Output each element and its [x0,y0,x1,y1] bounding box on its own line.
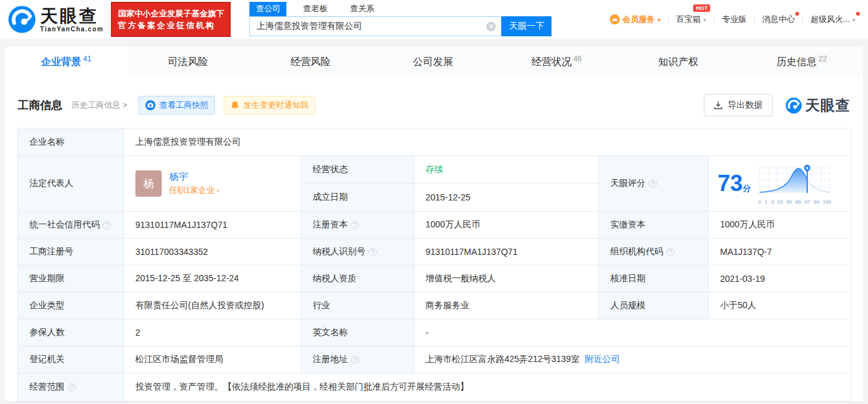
nav-divider [668,16,669,24]
search-button[interactable]: 天眼一下 [501,16,552,36]
legal-rep-name-link[interactable]: 杨宇 [169,170,219,183]
established-value: 2015-12-25 [414,184,599,212]
insured-count-value: 2 [124,319,301,346]
certification-badge: 国家中小企业发展子基金旗下 官方备案企业征信机构 [111,2,231,37]
download-icon [714,101,723,110]
nav-pro-version[interactable]: 专业版 [722,14,746,25]
english-name-value: - [414,319,851,346]
nav-divider [714,16,714,24]
bell-icon [231,101,239,110]
search-tabs: 查公司 查老板 查关系 [249,3,552,16]
term-value: 2015-12-25 至 2035-12-24 [124,266,301,293]
watermark-logo: 天眼查 [785,96,850,115]
site-logo[interactable]: 天眼查 TianYanCha.com [8,5,103,34]
nav-vip-services[interactable]: 会员服务 ▾ [610,14,661,25]
help-icon[interactable] [666,248,674,256]
legal-rep-label: 法定代表人 [18,156,124,212]
tab-operating-status[interactable]: 经营状况46 [495,47,618,77]
notify-change-button[interactable]: 发生变更时通知我 [224,96,315,115]
staff-size-label: 人员规模 [599,293,709,319]
nav-toolbox[interactable]: HOT 百宝箱 ▾ [676,14,706,25]
hot-badge: HOT [693,4,710,12]
nav-message-center[interactable]: 消息中心 [762,14,795,25]
search-area: 查公司 查老板 查关系 ✕ 天眼一下 [249,3,552,36]
search-tab-company[interactable]: 查公司 [249,2,286,16]
tab-operating-risk[interactable]: 经营风险 [250,47,373,77]
registry-label: 登记机关 [18,346,124,373]
chevron-down-icon: ▾ [703,16,706,23]
legal-rep-avatar[interactable]: 杨 [135,170,162,197]
reg-capital-label: 注册资本 [301,212,414,239]
reg-no-value: 310117003343352 [124,239,301,266]
score-label: 天眼评分 [610,178,646,189]
view-snapshot-button[interactable]: 查看工商快照 [139,96,215,115]
history-info-link[interactable]: 历史工商信息 > [71,100,127,111]
nav-super-risk[interactable]: 超级风火... ▾ [810,14,855,25]
term-label: 营业期限 [18,266,124,293]
nav-divider [754,16,755,24]
badge-line1: 国家中小企业发展子基金旗下 [118,8,224,19]
paid-capital-label: 实缴资本 [599,212,709,239]
score-value: 73 [718,170,743,196]
chevron-down-icon: ▾ [657,16,661,23]
address-value: 上海市松江区富永路425弄212号3139室 [426,354,580,365]
nav-pro-label: 专业版 [722,14,746,25]
nav-toolbox-label: 百宝箱 [676,14,701,25]
insured-count-label: 参保人数 [18,319,124,346]
industry-label: 行业 [301,293,414,319]
tab-judicial-risk[interactable]: 司法风险 [128,47,251,77]
score-cell: 73分 [709,156,851,212]
english-name-label: 英文名称 [301,319,414,346]
camera-icon [145,100,155,110]
score-unit: 分 [743,184,751,193]
reg-no-label: 工商注册号 [18,239,124,266]
uscc-label: 统一社会信用代码 [18,212,124,239]
tab-company-development[interactable]: 公司发展 [373,47,496,77]
company-name-value: 上海儒意投资管理有限公司 [124,128,851,156]
tab-company-background[interactable]: 企业背景41 [5,47,128,77]
help-icon[interactable] [351,356,359,364]
org-code-label: 组织机构代码 [599,239,709,266]
tianyancha-logo-icon [785,97,802,114]
legal-rep-cell: 杨 杨宇 任职1家企业 › [124,156,301,212]
score-distribution-chart: 0131550859799100 [757,163,832,205]
nearby-companies-link[interactable]: 附近公司 [585,354,620,365]
business-scope-value: 投资管理，资产管理。【依法须经批准的项目，经相关部门批准后方可开展经营活动】 [124,373,851,401]
section-tabs-bar: 企业背景41 司法风险 经营风险 公司发展 经营状况46 知识产权 历史信息22 [5,47,863,77]
help-icon[interactable] [649,180,657,188]
logo-title: 天眼查 [40,7,103,26]
help-icon[interactable] [351,221,359,229]
tab-history-info[interactable]: 历史信息22 [740,47,863,77]
help-icon[interactable] [68,383,76,391]
help-icon[interactable] [369,248,377,256]
clear-search-icon[interactable]: ✕ [486,22,496,31]
search-input[interactable] [256,21,486,31]
help-icon[interactable] [103,221,111,229]
industry-value: 商务服务业 [414,293,599,319]
vip-medal-icon [610,14,620,24]
section-title: 工商信息 [18,98,63,113]
nav-divider [802,16,803,24]
address-value-cell: 上海市松江区富永路425弄212号3139室 附近公司 [414,346,851,373]
legal-rep-positions-link[interactable]: 任职1家企业 › [169,184,219,197]
score-axis-labels: 0131550859799100 [757,199,832,205]
status-value: 存续 [414,156,599,184]
top-nav: 会员服务 ▾ HOT 百宝箱 ▾ 专业版 消息中心 超级风火... ▾ [610,14,855,25]
established-label: 成立日期 [301,184,414,212]
company-type-label: 企业类型 [18,293,124,319]
export-data-button[interactable]: 导出数据 [704,94,773,117]
approval-date-label: 核准日期 [599,266,709,293]
search-tab-relation[interactable]: 查关系 [343,2,380,16]
search-box: ✕ [249,16,501,36]
uscc-value: 91310117MA1J137Q71 [124,212,301,239]
tab-intellectual-property[interactable]: 知识产权 [618,47,741,77]
business-scope-label: 经营范围 [18,373,124,401]
business-info-toolbar: 工商信息 历史工商信息 > 查看工商快照 发生变更时通知我 导出数据 天眼查 [5,77,863,125]
nav-vip-label: 会员服务 [622,14,655,25]
search-tab-boss[interactable]: 查老板 [296,2,333,16]
company-detail-card: 企业背景41 司法风险 经营风险 公司发展 经营状况46 知识产权 历史信息22… [5,47,863,402]
org-code-value: MA1J137Q-7 [709,239,851,266]
logo-domain: TianYanCha.com [40,26,103,33]
address-label: 注册地址 [301,346,414,373]
registry-value: 松江区市场监督管理局 [124,346,301,373]
